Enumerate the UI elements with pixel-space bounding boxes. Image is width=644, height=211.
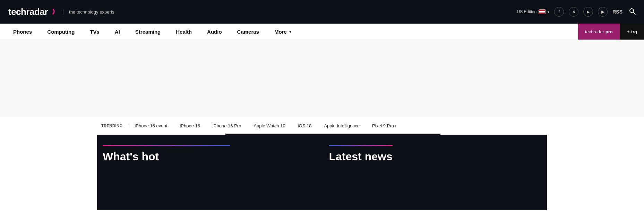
header-left: techradar the technology experts (8, 7, 114, 17)
trending-item-pixel9pro[interactable]: Pixel 9 Pro r (366, 123, 397, 128)
nav-trg-button[interactable]: ✦ trg (620, 24, 644, 40)
nav-pro-button[interactable]: techradar pro (578, 24, 620, 40)
logo[interactable]: techradar (8, 7, 58, 17)
trending-items: iPhone 16 event iPhone 16 iPhone 16 Pro … (128, 123, 397, 128)
trending-bar: TRENDING iPhone 16 event iPhone 16 iPhon… (97, 117, 547, 135)
x-twitter-icon: ✕ (572, 10, 575, 14)
trending-item-apple-intelligence[interactable]: Apple Intelligence (318, 123, 366, 128)
youtube-icon: ▶ (587, 10, 590, 14)
latest-news-line (329, 145, 393, 146)
trending-label: TRENDING (101, 124, 128, 128)
trg-icon: ✦ (627, 29, 630, 34)
nav-pro-brand: techradar (585, 29, 604, 34)
nav-computing[interactable]: Computing (40, 24, 82, 40)
nav-more[interactable]: More ▾ (267, 24, 299, 40)
trending-item-iphone16[interactable]: iPhone 16 (173, 123, 206, 128)
twitter-x-link[interactable]: ✕ (569, 7, 578, 17)
chevron-down-icon: ▾ (289, 29, 291, 34)
nav-trg-label: trg (631, 29, 637, 34)
nav-audio[interactable]: Audio (199, 24, 230, 40)
nav-phones[interactable]: Phones (6, 24, 40, 40)
signal-arc-icon (49, 7, 58, 16)
nav-streaming[interactable]: Streaming (128, 24, 168, 40)
nav-pro-label: pro (606, 29, 613, 34)
nav-cameras[interactable]: Cameras (230, 24, 267, 40)
sections-row: What's hot Latest news (97, 135, 547, 163)
main-nav: Phones Computing TVs AI Streaming Health… (0, 24, 644, 40)
header-right: US Edition ▾ f ✕ ▶ ▶ RSS (517, 7, 636, 17)
nav-health[interactable]: Health (168, 24, 199, 40)
trending-item-iphone16event[interactable]: iPhone 16 event (128, 123, 173, 128)
trending-item-ios18[interactable]: iOS 18 (292, 123, 318, 128)
tagline: the technology experts (63, 9, 114, 15)
site-header: techradar the technology experts US Edit… (0, 0, 644, 24)
youtube-link[interactable]: ▶ (583, 7, 593, 17)
nav-ai[interactable]: AI (107, 24, 128, 40)
latest-news-section: Latest news (329, 145, 542, 163)
whats-hot-section: What's hot (103, 145, 315, 163)
trending-item-applewatch10[interactable]: Apple Watch 10 (247, 123, 291, 128)
search-button[interactable] (629, 8, 636, 16)
whats-hot-line (103, 145, 230, 146)
flipboard-link[interactable]: ▶ (598, 7, 608, 17)
us-flag-icon (539, 9, 546, 14)
facebook-link[interactable]: f (554, 7, 564, 17)
nav-tvs[interactable]: TVs (82, 24, 107, 40)
edition-chevron: ▾ (548, 10, 549, 14)
nav-links: Phones Computing TVs AI Streaming Health… (0, 24, 578, 40)
rss-link[interactable]: RSS (612, 9, 622, 15)
whats-hot-title: What's hot (103, 150, 315, 163)
edition-selector[interactable]: US Edition ▾ (517, 9, 550, 14)
facebook-icon: f (558, 9, 560, 14)
dark-content-section: TRENDING iPhone 16 event iPhone 16 iPhon… (97, 117, 547, 210)
svg-line-2 (633, 12, 635, 14)
search-icon (629, 8, 636, 15)
nav-right: techradar pro ✦ trg (578, 24, 644, 40)
flipboard-icon: ▶ (601, 10, 604, 14)
ad-space (0, 40, 644, 117)
edition-label: US Edition (517, 9, 537, 14)
trending-item-iphone16pro[interactable]: iPhone 16 Pro (206, 123, 247, 128)
trending-active-underline (225, 134, 440, 135)
svg-point-0 (52, 13, 54, 15)
latest-news-title: Latest news (329, 150, 542, 163)
logo-text: techradar (8, 7, 48, 17)
